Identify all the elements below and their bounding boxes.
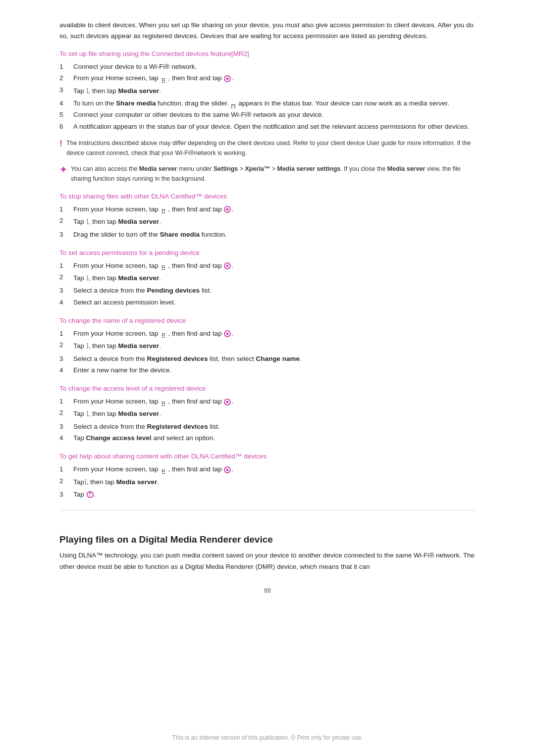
settings-icon — [224, 399, 231, 405]
note-exclaim-block: ! The instructions described above may d… — [59, 138, 476, 158]
list-item: 2 Tap ⁝, then tap Media server. — [59, 272, 476, 285]
media-flag-icon — [231, 101, 236, 107]
section-heading-pending: To set access permissions for a pending … — [59, 249, 476, 256]
list-item: 3 Drag the slider to turn off the Share … — [59, 229, 476, 240]
setup-steps-list: 1 Connect your device to a Wi-Fi® networ… — [59, 61, 476, 132]
dmr-section: Playing files on a Digital Media Rendere… — [59, 510, 476, 572]
note-star-text: You can also access the Media server men… — [71, 164, 476, 184]
settings-icon — [224, 262, 231, 269]
help-icon: ? — [87, 491, 94, 498]
change-access-list: 1 From your Home screen, tap , then find… — [59, 396, 476, 444]
settings-icon — [224, 330, 231, 337]
note-star-block: ✦ You can also access the Media server m… — [59, 164, 476, 184]
list-item: 2 Tap ⁝, then tap Media server. — [59, 340, 476, 353]
dots-icon — [161, 263, 168, 269]
list-item: 2 Tap ⁝, then tap Media server. — [59, 215, 476, 228]
section-heading-change-name: To change the name of a registered devic… — [59, 317, 476, 324]
dots-icon — [161, 76, 168, 82]
change-name-list: 1 From your Home screen, tap , then find… — [59, 328, 476, 376]
dmr-section-body: Using DLNA™ technology, you can push med… — [59, 550, 476, 572]
list-item: 3 Select a device from the Pending devic… — [59, 285, 476, 296]
list-item: 3 Select a device from the Registered de… — [59, 421, 476, 432]
dmr-section-title: Playing files on a Digital Media Rendere… — [59, 534, 476, 545]
list-item: 3 Select a device from the Registered de… — [59, 353, 476, 364]
section-heading-change-access: To change the access level of a register… — [59, 385, 476, 392]
stop-sharing-list: 1 From your Home screen, tap , then find… — [59, 204, 476, 240]
list-item: 5 Connect your computer or other devices… — [59, 109, 476, 120]
get-help-list: 1 From your Home screen, tap , then find… — [59, 464, 476, 500]
note-exclaim-text: The instructions described above may dif… — [66, 138, 476, 158]
dots-icon — [161, 467, 168, 473]
list-item: 1 From your Home screen, tap , then find… — [59, 328, 476, 339]
star-icon: ✦ — [59, 164, 67, 175]
list-item: 2 Tap⁝, then tap Media server. — [59, 476, 476, 489]
list-item: 1 From your Home screen, tap , then find… — [59, 204, 476, 215]
list-item: 1 From your Home screen, tap , then find… — [59, 464, 476, 475]
settings-icon — [224, 466, 231, 473]
section-heading-setup: To set up file sharing using the Connect… — [59, 50, 476, 57]
list-item: 4 Select an access permission level. — [59, 297, 476, 308]
page-number: 88 — [59, 587, 476, 594]
dots-icon — [161, 331, 168, 337]
list-item: 1 Connect your device to a Wi-Fi® networ… — [59, 61, 476, 72]
settings-icon — [224, 206, 231, 213]
dots-icon — [161, 206, 168, 212]
list-item: 4 Tap Change access level and select an … — [59, 433, 476, 444]
list-item: 3 Tap ?. — [59, 489, 476, 500]
page-footer: This is an Internet version of this publ… — [0, 734, 535, 741]
dots-icon — [161, 399, 168, 405]
list-item: 4 Enter a new name for the device. — [59, 365, 476, 376]
settings-icon — [224, 75, 231, 82]
list-item: 1 From your Home screen, tap , then find… — [59, 260, 476, 271]
section-heading-get-help: To get help about sharing content with o… — [59, 453, 476, 460]
list-item: 4 To turn on the Share media function, d… — [59, 98, 476, 109]
intro-paragraph: available to client devices. When you se… — [59, 20, 476, 41]
list-item: 3 Tap ⁝, then tap Media server. — [59, 85, 476, 98]
page: available to client devices. When you se… — [0, 0, 535, 756]
pending-device-list: 1 From your Home screen, tap , then find… — [59, 260, 476, 308]
exclaim-icon: ! — [59, 139, 62, 149]
list-item: 6 A notification appears in the status b… — [59, 121, 476, 132]
list-item: 2 From your Home screen, tap , then find… — [59, 73, 476, 84]
list-item: 2 Tap ⁝, then tap Media server. — [59, 407, 476, 420]
list-item: 1 From your Home screen, tap , then find… — [59, 396, 476, 407]
section-heading-stop: To stop sharing files with other DLNA Ce… — [59, 193, 476, 200]
